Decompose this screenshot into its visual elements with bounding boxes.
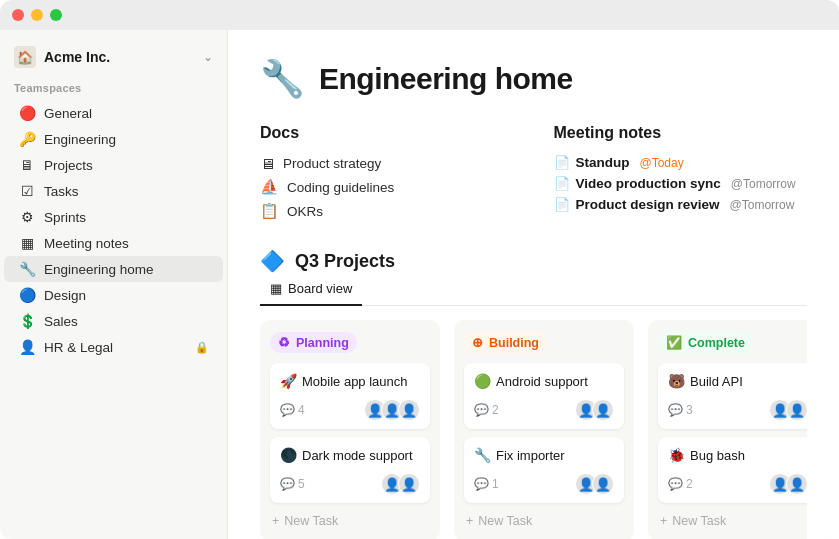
meeting-title: Video production sync (576, 176, 721, 191)
new-task-building[interactable]: + New Task (464, 511, 624, 531)
planning-header: ♻ Planning (270, 332, 357, 353)
chevron-down-icon: ⌄ (203, 50, 213, 64)
general-icon: 🔴 (18, 105, 36, 121)
task-title: 🟢 Android support (474, 373, 614, 389)
task-card-build-api[interactable]: 🐻 Build API 💬 3 👤 👤 (658, 363, 807, 429)
sales-icon: 💲 (18, 313, 36, 329)
new-task-label: New Task (284, 514, 338, 528)
sidebar-item-engineering[interactable]: 🔑 Engineering (4, 126, 223, 152)
doc-item-label: Coding guidelines (287, 180, 394, 195)
board-view-icon: ▦ (270, 281, 282, 296)
building-icon: ⊕ (472, 335, 483, 350)
sidebar-item-engineering-home[interactable]: 🔧 Engineering home (4, 256, 223, 282)
comment-number: 2 (686, 477, 693, 491)
sidebar-item-hr-legal[interactable]: 👤 HR & Legal 🔒 (4, 334, 223, 360)
comment-number: 1 (492, 477, 499, 491)
complete-icon: ✅ (666, 335, 682, 350)
close-button[interactable] (12, 9, 24, 21)
comment-icon: 💬 (668, 403, 683, 417)
sprints-icon: ⚙ (18, 209, 36, 225)
minimize-button[interactable] (31, 9, 43, 21)
task-card-mobile-app[interactable]: 🚀 Mobile app launch 💬 4 👤 👤 👤 (270, 363, 430, 429)
doc-item-product-strategy[interactable]: 🖥 Product strategy (260, 152, 514, 175)
meeting-date-today: @Today (640, 156, 684, 170)
task-title: 🌑 Dark mode support (280, 447, 420, 463)
sidebar-item-projects[interactable]: 🖥 Projects (4, 152, 223, 178)
page-header: 🔧 Engineering home (260, 58, 807, 100)
sidebar-item-general[interactable]: 🔴 General (4, 100, 223, 126)
sidebar-item-label: Projects (44, 158, 209, 173)
new-task-label: New Task (672, 514, 726, 528)
main-content: 🔧 Engineering home Docs 🖥 Product strate… (228, 30, 839, 539)
new-task-complete[interactable]: + New Task (658, 511, 807, 531)
task-comment-count: 💬 1 (474, 477, 499, 491)
avatar: 👤 (592, 399, 614, 421)
task-avatars: 👤 👤 (381, 473, 420, 495)
sidebar-item-label: Sales (44, 314, 209, 329)
task-meta: 💬 2 👤 👤 (668, 473, 807, 495)
meeting-date-tomorrow2: @Tomorrow (730, 198, 795, 212)
sidebar-item-sprints[interactable]: ⚙ Sprints (4, 204, 223, 230)
task-meta: 💬 1 👤 👤 (474, 473, 614, 495)
doc-item-coding-guidelines[interactable]: ⛵ Coding guidelines (260, 175, 514, 199)
comment-icon: 💬 (280, 477, 295, 491)
meeting-notes-icon: ▦ (18, 235, 36, 251)
comment-icon: 💬 (668, 477, 683, 491)
plus-icon: + (272, 514, 279, 528)
meeting-item-video-sync[interactable]: 📄 Video production sync @Tomorrow (554, 173, 808, 194)
building-header: ⊕ Building (464, 332, 547, 353)
task-avatars: 👤 👤 (575, 473, 614, 495)
document-icon: 📄 (554, 176, 570, 191)
board-col-building: ⊕ Building 🟢 Android support 💬 2 (454, 320, 634, 539)
complete-label: Complete (688, 336, 745, 350)
task-card-android[interactable]: 🟢 Android support 💬 2 👤 👤 (464, 363, 624, 429)
doc-item-okrs[interactable]: 📋 OKRs (260, 199, 514, 223)
maximize-button[interactable] (50, 9, 62, 21)
tabs: ▦ Board view (260, 275, 807, 306)
task-card-dark-mode[interactable]: 🌑 Dark mode support 💬 5 👤 👤 (270, 437, 430, 503)
sidebar-item-design[interactable]: 🔵 Design (4, 282, 223, 308)
workspace-name: Acme Inc. (44, 49, 195, 65)
tab-label: Board view (288, 281, 352, 296)
engineering-icon: 🔑 (18, 131, 36, 147)
task-comment-count: 💬 3 (668, 403, 693, 417)
board: ♻ Planning 🚀 Mobile app launch 💬 4 (260, 320, 807, 539)
product-strategy-icon: 🖥 (260, 155, 275, 172)
planning-icon: ♻ (278, 335, 290, 350)
docs-title: Docs (260, 124, 514, 142)
sidebar-item-label: Sprints (44, 210, 209, 225)
sidebar-item-label: Tasks (44, 184, 209, 199)
sidebar-item-tasks[interactable]: ☑ Tasks (4, 178, 223, 204)
board-col-planning: ♻ Planning 🚀 Mobile app launch 💬 4 (260, 320, 440, 539)
sidebar-item-label: Engineering home (44, 262, 209, 277)
comment-icon: 💬 (474, 477, 489, 491)
workspace-header[interactable]: 🏠 Acme Inc. ⌄ (0, 40, 227, 78)
lock-icon: 🔒 (195, 341, 209, 354)
two-col-section: Docs 🖥 Product strategy ⛵ Coding guideli… (260, 124, 807, 223)
projects-icon: 🖥 (18, 157, 36, 173)
meeting-item-product-design[interactable]: 📄 Product design review @Tomorrow (554, 194, 808, 215)
task-card-fix-importer[interactable]: 🔧 Fix importer 💬 1 👤 👤 (464, 437, 624, 503)
task-card-bug-bash[interactable]: 🐞 Bug bash 💬 2 👤 👤 (658, 437, 807, 503)
meeting-title: Standup (576, 155, 630, 170)
bug-icon: 🐞 (668, 447, 685, 463)
meeting-notes-title: Meeting notes (554, 124, 808, 142)
sidebar-item-label: HR & Legal (44, 340, 185, 355)
tab-board-view[interactable]: ▦ Board view (260, 275, 362, 306)
design-icon: 🔵 (18, 287, 36, 303)
task-comment-count: 💬 5 (280, 477, 305, 491)
new-task-planning[interactable]: + New Task (270, 511, 430, 531)
sidebar-item-meeting-notes[interactable]: ▦ Meeting notes (4, 230, 223, 256)
projects-section-header: 🔷 Q3 Projects (260, 249, 807, 273)
engineering-home-icon: 🔧 (18, 261, 36, 277)
task-avatars: 👤 👤 (575, 399, 614, 421)
task-comment-count: 💬 4 (280, 403, 305, 417)
board-col-complete: ✅ Complete 🐻 Build API 💬 3 (648, 320, 807, 539)
task-comment-count: 💬 2 (474, 403, 499, 417)
comment-number: 3 (686, 403, 693, 417)
sidebar-item-sales[interactable]: 💲 Sales (4, 308, 223, 334)
avatar: 👤 (786, 399, 807, 421)
sidebar-item-label: Meeting notes (44, 236, 209, 251)
meeting-item-standup[interactable]: 📄 Standup @Today (554, 152, 808, 173)
tasks-icon: ☑ (18, 183, 36, 199)
